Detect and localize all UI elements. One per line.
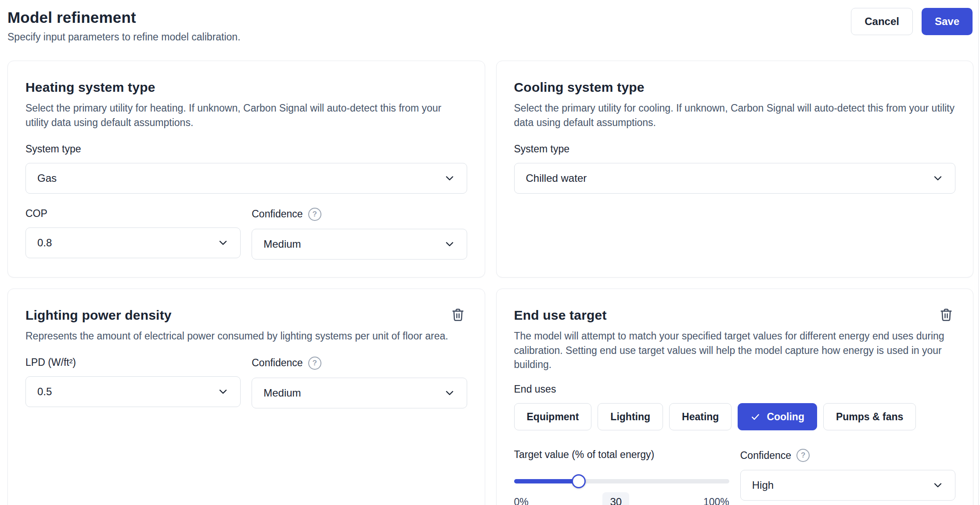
confidence-field: Confidence ? Medium [252,208,467,260]
help-icon[interactable]: ? [308,357,321,370]
help-icon[interactable]: ? [308,208,321,221]
card-title: End use target [514,307,956,324]
select-value: Medium [263,238,301,250]
chevron-down-icon [932,480,944,491]
card-title: Heating system type [25,79,467,96]
target-value-label: Target value (% of total energy) [514,449,729,461]
select-value: 0.5 [37,386,52,398]
heating-system-card: Heating system type Select the primary u… [7,61,485,278]
card-description: The model will attempt to match your spe… [514,329,956,372]
trash-icon [939,307,954,324]
end-use-option-heating[interactable]: Heating [669,403,731,430]
page-title: Model refinement [7,8,241,27]
select-value: Medium [263,387,301,399]
confidence-field: Confidence ? High [740,449,955,505]
slider-labels: 0% 30 100% [514,492,729,505]
end-use-option-pumps-fans[interactable]: Pumps & fans [823,403,916,430]
heating-confidence-select[interactable]: Medium [252,229,467,260]
confidence-label: Confidence ? [252,208,467,221]
trash-icon [450,307,465,324]
end-use-option-cooling[interactable]: Cooling [738,403,817,430]
slider-fill [514,479,579,483]
slider-max-label: 100% [703,496,729,505]
cards-grid: Heating system type Select the primary u… [7,61,973,505]
chevron-down-icon [217,386,229,397]
end-use-confidence-select[interactable]: High [740,470,955,501]
chevron-down-icon [444,387,455,399]
lpd-label: LPD (W/ft²) [25,357,241,368]
chevron-down-icon [444,238,455,250]
slider-min-label: 0% [514,496,529,505]
end-use-option-lighting[interactable]: Lighting [598,403,663,430]
end-uses-label: End uses [514,383,956,395]
page-header: Model refinement Specify input parameter… [7,6,973,44]
slider-value-badge: 30 [602,492,629,505]
cooling-system-card: Cooling system type Select the primary u… [496,61,974,278]
end-use-options: EquipmentLightingHeatingCoolingPumps & f… [514,403,956,430]
card-description: Select the primary utility for heating. … [25,101,467,130]
cop-field: COP 0.8 [25,208,241,260]
select-value: 0.8 [37,237,52,249]
chevron-down-icon [444,173,455,184]
select-value: Chilled water [526,172,587,184]
confidence-field: Confidence ? Medium [252,357,467,408]
delete-card-button[interactable] [937,306,955,325]
select-value: High [752,479,774,491]
cop-label: COP [25,208,241,220]
lighting-confidence-select[interactable]: Medium [252,378,467,408]
card-description: Select the primary utility for cooling. … [514,101,956,130]
delete-card-button[interactable] [449,306,467,325]
system-type-label: System type [514,143,956,155]
card-title: Cooling system type [514,79,956,96]
lpd-field: LPD (W/ft²) 0.5 [25,357,241,408]
slider-thumb[interactable] [572,474,586,488]
end-use-target-card: End use target The model will attempt to… [496,289,974,505]
cooling-system-type-select[interactable]: Chilled water [514,163,956,194]
target-value-field: Target value (% of total energy) 0% 30 1… [514,449,729,505]
confidence-label: Confidence ? [252,357,467,370]
select-value: Gas [37,172,57,184]
confidence-label: Confidence ? [740,449,955,462]
heating-cop-select[interactable]: 0.8 [25,227,241,258]
page-header-text: Model refinement Specify input parameter… [7,6,241,44]
end-use-option-equipment[interactable]: Equipment [514,403,592,430]
chevron-down-icon [217,237,229,249]
heating-system-type-select[interactable]: Gas [25,163,467,194]
chevron-down-icon [932,173,944,184]
help-icon[interactable]: ? [796,449,810,462]
save-button[interactable]: Save [922,8,973,35]
page-subtitle: Specify input parameters to refine model… [7,30,241,44]
system-type-label: System type [25,143,467,155]
check-icon [750,412,760,422]
model-refinement-page: Model refinement Specify input parameter… [0,0,980,505]
card-description: Represents the amount of electrical powe… [25,329,467,343]
header-actions: Cancel Save [851,6,973,35]
card-title: Lighting power density [25,307,467,324]
page-right-border [978,0,979,505]
lighting-power-density-card: Lighting power density Represents the am… [7,289,485,505]
lpd-select[interactable]: 0.5 [25,376,241,407]
target-value-slider[interactable]: 0% 30 100% [514,469,729,505]
cancel-button[interactable]: Cancel [851,8,913,35]
slider-track[interactable] [514,479,729,483]
